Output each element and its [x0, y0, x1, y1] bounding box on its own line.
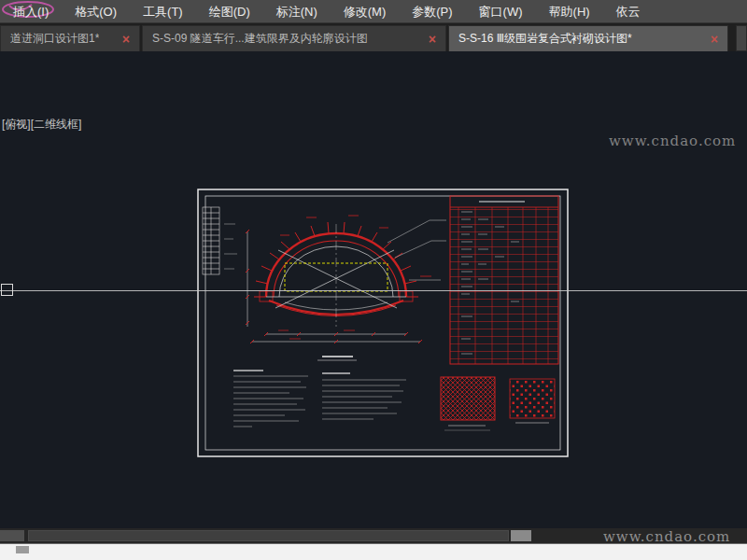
notes-block-right	[322, 373, 406, 419]
scrollbar-left-stub[interactable]	[0, 530, 24, 541]
menu-window[interactable]: 窗口(W)	[466, 0, 536, 23]
viewport-controls-label[interactable]: [俯视][二维线框]	[2, 117, 81, 133]
menu-parametric[interactable]: 参数(P)	[399, 0, 465, 23]
menu-format[interactable]: 格式(O)	[62, 0, 130, 23]
watermark-text: www.cndao.com	[603, 528, 730, 545]
menu-bar: 插入(I) 格式(O) 工具(T) 绘图(D) 标注(N) 修改(M) 参数(P…	[0, 0, 747, 23]
tab-close-icon[interactable]: ×	[122, 33, 130, 46]
menu-tools[interactable]: 工具(T)	[130, 0, 196, 23]
tab-label: 道进洞口设计图1*	[10, 31, 99, 47]
menu-draw[interactable]: 绘图(D)	[196, 0, 263, 23]
menu-insert[interactable]: 插入(I)	[0, 0, 62, 23]
tunnel-cross-section	[254, 216, 446, 327]
crosshair-pickbox	[1, 284, 13, 296]
tab-overflow-stub[interactable]	[736, 25, 747, 51]
tab-lining-design-active[interactable]: S-S-16 Ⅲ级围岩复合式衬砌设计图* ×	[448, 25, 728, 51]
scrollbar-thumb[interactable]	[28, 530, 509, 541]
command-line-handle[interactable]	[16, 546, 29, 553]
left-label-marks	[224, 224, 237, 269]
section-title-marks	[317, 357, 357, 360]
tunnel-lining-drawing	[196, 187, 570, 459]
tab-portal-design[interactable]: 道进洞口设计图1* ×	[0, 25, 140, 51]
tab-close-icon[interactable]: ×	[711, 33, 718, 46]
tab-clearance-profile[interactable]: S-S-09 隧道车行...建筑限界及内轮廓设计图 ×	[142, 25, 446, 51]
scrollbar-grip[interactable]	[511, 530, 531, 541]
menu-dimension[interactable]: 标注(N)	[263, 0, 331, 23]
menu-modify[interactable]: 修改(M)	[331, 0, 400, 23]
drawing-tab-bar: 道进洞口设计图1* × S-S-09 隧道车行...建筑限界及内轮廓设计图 × …	[0, 23, 747, 51]
steel-mesh-detail	[441, 377, 495, 430]
crosshair-horizontal-line	[0, 290, 747, 291]
menu-help[interactable]: 帮助(H)	[536, 0, 603, 23]
watermark-text: www.cndao.com	[609, 133, 736, 149]
tab-label: S-S-16 Ⅲ级围岩复合式衬砌设计图*	[458, 31, 632, 47]
notes-block-left	[233, 371, 308, 427]
menu-yiyun[interactable]: 依云	[603, 0, 654, 23]
application-window: 插入(I) 格式(O) 工具(T) 绘图(D) 标注(N) 修改(M) 参数(P…	[0, 0, 747, 560]
bolt-layout-detail	[510, 379, 555, 423]
command-line-strip[interactable]	[0, 543, 747, 560]
tab-label: S-S-09 隧道车行...建筑限界及内轮廓设计图	[152, 31, 368, 47]
lining-parameter-table	[450, 196, 558, 364]
tab-close-icon[interactable]: ×	[429, 33, 436, 46]
